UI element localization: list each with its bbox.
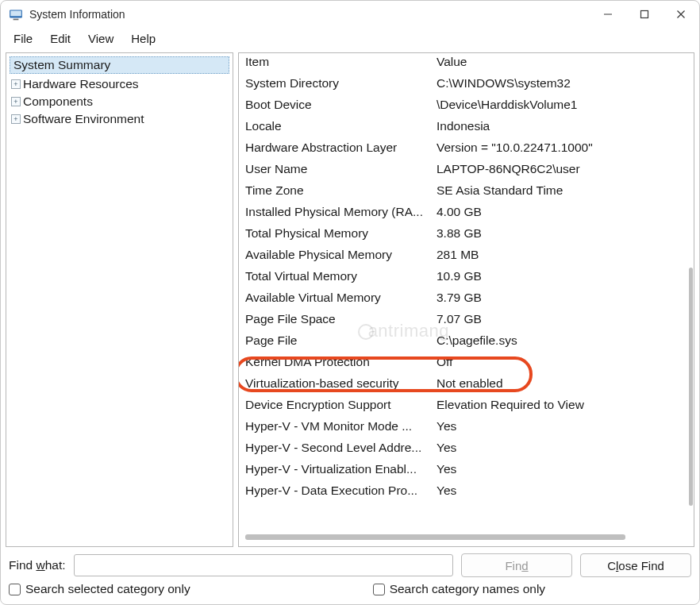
cell-value: 10.9 GB	[433, 265, 694, 287]
cell-value: Yes	[433, 458, 694, 480]
table-row[interactable]: Page FileC:\pagefile.sys	[239, 329, 694, 351]
tree-root-label: System Summary	[13, 58, 110, 71]
table-row[interactable]: Installed Physical Memory (RA...4.00 GB	[239, 201, 694, 222]
table-row[interactable]: Hyper-V - Virtualization Enabl...Yes	[239, 458, 694, 480]
menu-file[interactable]: File	[6, 29, 40, 48]
cell-value: Yes	[433, 480, 694, 501]
minimize-button[interactable]	[590, 1, 626, 28]
search-category-names-checkbox[interactable]: Search category names only	[373, 582, 545, 596]
find-label: Find what:	[9, 558, 66, 572]
maximize-button[interactable]	[626, 1, 663, 28]
table-row[interactable]: Time ZoneSE Asia Standard Time	[239, 179, 694, 201]
cell-value: \Device\HarddiskVolume1	[433, 94, 694, 115]
cell-item: Installed Physical Memory (RA...	[239, 201, 433, 222]
find-input[interactable]	[74, 554, 453, 576]
cell-value: Version = "10.0.22471.1000"	[433, 137, 694, 158]
menu-edit[interactable]: Edit	[42, 29, 79, 48]
cell-item: Locale	[239, 115, 433, 137]
cell-item: Kernel DMA Protection	[239, 351, 433, 372]
cell-item: Page File Space	[239, 308, 433, 329]
window-title: System Information	[29, 8, 125, 21]
list-panel: Item Value System DirectoryC:\WINDOWS\sy…	[238, 52, 694, 547]
svg-rect-1	[10, 11, 21, 17]
table-row[interactable]: Boot Device\Device\HarddiskVolume1	[239, 94, 694, 115]
expand-icon[interactable]: +	[11, 114, 21, 124]
find-button[interactable]: Find	[461, 553, 572, 577]
cell-item: Hyper-V - Second Level Addre...	[239, 437, 433, 458]
table-row[interactable]: Page File Space7.07 GB	[239, 308, 694, 329]
cell-value: 7.07 GB	[433, 308, 694, 329]
table-row[interactable]: Hardware Abstraction LayerVersion = "10.…	[239, 137, 694, 158]
search-selected-category-checkbox[interactable]: Search selected category only	[9, 582, 190, 596]
column-value[interactable]: Value	[433, 55, 694, 69]
close-find-button[interactable]: Close Find	[580, 553, 691, 577]
cell-item: Hyper-V - Data Execution Pro...	[239, 480, 433, 501]
expand-icon[interactable]: +	[11, 79, 21, 89]
cell-item: Available Virtual Memory	[239, 287, 433, 308]
tree-root[interactable]: System Summary	[10, 56, 229, 74]
cell-value: 281 MB	[433, 244, 694, 265]
cell-value: Off	[433, 351, 694, 372]
cell-item: System Directory	[239, 72, 433, 94]
vertical-scrollbar[interactable]	[689, 268, 693, 506]
table-row[interactable]: User NameLAPTOP-86NQR6C2\user	[239, 158, 694, 179]
cell-value: Indonesia	[433, 115, 694, 137]
table-row[interactable]: Device Encryption SupportElevation Requi…	[239, 394, 694, 415]
tree-node-label: Software Environment	[23, 112, 144, 126]
cell-item: Device Encryption Support	[239, 394, 433, 415]
horizontal-scrollbar-track[interactable]	[239, 530, 694, 546]
menu-bar: File Edit View Help	[1, 28, 699, 52]
svg-rect-4	[641, 11, 648, 18]
table-row[interactable]: System DirectoryC:\WINDOWS\system32	[239, 72, 694, 94]
table-row[interactable]: Total Virtual Memory10.9 GB	[239, 265, 694, 287]
cell-item: Hardware Abstraction Layer	[239, 137, 433, 158]
cell-value: Yes	[433, 437, 694, 458]
horizontal-scrollbar-thumb[interactable]	[245, 534, 625, 540]
table-row[interactable]: Hyper-V - VM Monitor Mode ...Yes	[239, 415, 694, 437]
menu-help[interactable]: Help	[123, 29, 163, 48]
close-button[interactable]	[663, 1, 699, 28]
expand-icon[interactable]: +	[11, 97, 21, 106]
cell-value: C:\WINDOWS\system32	[433, 72, 694, 94]
cell-value: C:\pagefile.sys	[433, 329, 694, 351]
cell-value: 3.88 GB	[433, 222, 694, 244]
table-row[interactable]: Hyper-V - Second Level Addre...Yes	[239, 437, 694, 458]
cell-value: Yes	[433, 415, 694, 437]
cell-item: Total Virtual Memory	[239, 265, 433, 287]
cell-item: Hyper-V - Virtualization Enabl...	[239, 458, 433, 480]
cell-item: Boot Device	[239, 94, 433, 115]
column-headers: Item Value	[239, 53, 694, 72]
table-row[interactable]: Available Virtual Memory3.79 GB	[239, 287, 694, 308]
rows-container: System DirectoryC:\WINDOWS\system32Boot …	[239, 72, 694, 501]
table-row[interactable]: Virtualization-based securityNot enabled	[239, 372, 694, 394]
cell-item: Total Physical Memory	[239, 222, 433, 244]
cell-value: 3.79 GB	[433, 287, 694, 308]
table-row[interactable]: Hyper-V - Data Execution Pro...Yes	[239, 480, 694, 501]
tree-node[interactable]: +Software Environment	[10, 110, 231, 128]
find-bar: Find what: Find Close Find	[1, 547, 699, 580]
menu-view[interactable]: View	[80, 29, 121, 48]
cell-item: Page File	[239, 329, 433, 351]
cell-item: Time Zone	[239, 179, 433, 201]
table-row[interactable]: Kernel DMA ProtectionOff	[239, 351, 694, 372]
checkbox-icon	[9, 584, 21, 595]
cell-value: LAPTOP-86NQR6C2\user	[433, 158, 694, 179]
tree-node[interactable]: +Hardware Resources	[10, 75, 231, 93]
cell-item: Available Physical Memory	[239, 244, 433, 265]
tree-node[interactable]: +Components	[10, 93, 231, 110]
column-item[interactable]: Item	[239, 55, 433, 69]
cell-value: 4.00 GB	[433, 201, 694, 222]
tree-node-label: Components	[23, 94, 93, 109]
list: Item Value System DirectoryC:\WINDOWS\sy…	[239, 53, 694, 530]
tree-panel: System Summary +Hardware Resources+Compo…	[6, 52, 233, 547]
table-row[interactable]: LocaleIndonesia	[239, 115, 694, 137]
cell-value: Elevation Required to View	[433, 394, 694, 415]
work-area: System Summary +Hardware Resources+Compo…	[1, 52, 699, 547]
checkbox-icon	[373, 584, 385, 595]
table-row[interactable]: Available Physical Memory281 MB	[239, 244, 694, 265]
svg-rect-2	[13, 19, 19, 21]
table-row[interactable]: Total Physical Memory3.88 GB	[239, 222, 694, 244]
title-bar: System Information	[1, 1, 699, 28]
cell-value: SE Asia Standard Time	[433, 179, 694, 201]
tree: System Summary +Hardware Resources+Compo…	[6, 53, 233, 131]
